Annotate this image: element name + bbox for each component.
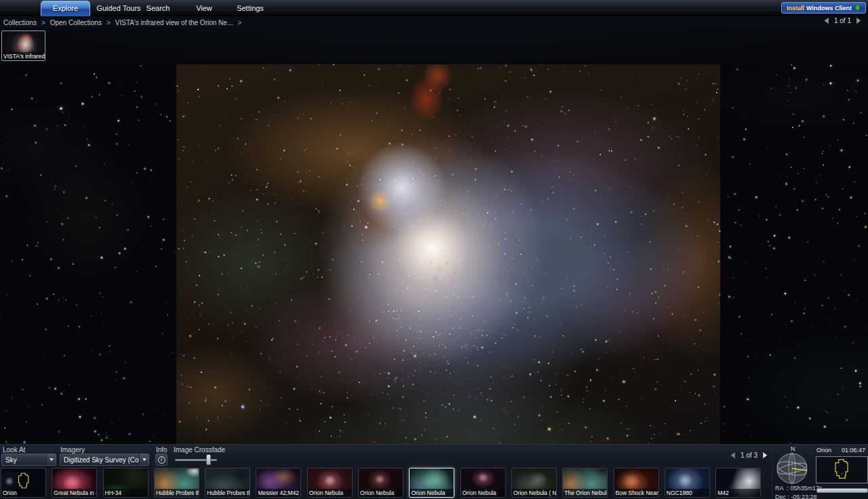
menu-tab-settings[interactable]: Settings — [229, 0, 271, 16]
breadcrumb-item[interactable]: Collections — [3, 19, 37, 26]
imagery-dropdown-button[interactable] — [139, 454, 149, 465]
thumbnail-great-nebula-in-or[interactable]: Great Nebula in Or — [52, 468, 97, 498]
constellation-finder-box[interactable] — [816, 456, 868, 483]
thumbs-next-icon[interactable] — [762, 452, 769, 459]
chevron-down-icon — [142, 458, 146, 461]
menu-tab-search[interactable]: Search — [138, 0, 178, 16]
starfield-canvas — [0, 64, 868, 444]
thumbnail-label: Orion Nebula — [359, 489, 403, 497]
thumbnail-orion[interactable]: Orion — [1, 468, 46, 498]
info-button[interactable]: i — [155, 454, 167, 466]
thumbnail-orion-nebula[interactable]: Orion Nebula — [358, 468, 403, 498]
info-icon: i — [158, 456, 165, 464]
breadcrumb: Collections>Open Collections>VISTA's inf… — [3, 16, 241, 28]
thumbnail-label: HH-34 — [104, 489, 148, 497]
zoom-level-bar[interactable] — [816, 488, 868, 493]
breadcrumb-separator: > — [106, 19, 111, 26]
thumbnail-label: M42 — [716, 489, 760, 497]
install-windows-client-button[interactable]: Install Windows Client — [781, 2, 866, 14]
chevron-down-icon — [50, 458, 54, 461]
collection-pager: 1 of 1 — [823, 17, 863, 24]
thumbnail-the-orion-nebula[interactable]: The Orion Nebula: — [562, 468, 608, 498]
image-crossfade-slider[interactable] — [175, 459, 217, 461]
thumbnail-messier-42-m42[interactable]: Messier 42;M42 — [256, 468, 301, 498]
thumbnail-orion-nebula-ng[interactable]: Orion Nebula ( NG — [511, 468, 557, 498]
view-status-panel: N RA : 05h35m17s Dec : -05:23:28 Orion 0… — [772, 445, 868, 499]
sky-viewport[interactable] — [0, 64, 868, 444]
thumbnail-m42[interactable]: M42 — [715, 468, 761, 498]
orientation-sphere-icon[interactable] — [774, 452, 811, 485]
menu-tab-view[interactable]: View — [187, 0, 221, 16]
breadcrumb-item[interactable]: Open Collections — [50, 19, 102, 26]
bottom-control-panel: Look At Sky Imagery Digitized Sky Survey… — [0, 444, 868, 499]
thumbnail-pager: 1 of 3 — [729, 452, 769, 459]
breadcrumb-separator: > — [237, 19, 241, 26]
thumbs-prev-icon[interactable] — [729, 452, 736, 459]
thumbnail-label: Orion — [1, 489, 45, 497]
imagery-value: Digitized Sky Survey (Color) — [60, 456, 139, 464]
thumbnail-orion-nebula[interactable]: Orion Nebula — [460, 468, 506, 498]
constellation-name: Orion — [816, 447, 831, 454]
collection-item-label: VISTA's infrared vi — [2, 52, 45, 60]
thumbnail-label: Bow Shock Near Y — [614, 489, 658, 497]
top-menu-bar: ExploreGuided ToursSearchViewSettings In… — [0, 0, 868, 16]
thumbnail-hubble-probes-the[interactable]: Hubble Probes the — [205, 468, 250, 498]
menu-tab-explore[interactable]: Explore — [41, 1, 90, 16]
thumb-pager-label: 1 of 3 — [741, 452, 757, 459]
collection-item-vista[interactable]: VISTA's infrared vi — [1, 31, 45, 61]
thumbnail-orion-nebula[interactable]: Orion Nebula — [307, 468, 353, 498]
thumbnail-label: Great Nebula in Or — [52, 489, 96, 497]
crossfade-label: Image Crossfade — [174, 446, 225, 454]
thumbnail-label: Orion Nebula — [410, 489, 454, 497]
thumbnail-ngc1980[interactable]: NGC1980 — [665, 468, 710, 498]
pager-next-icon[interactable] — [855, 17, 863, 24]
thumbnail-label: Orion Nebula — [461, 489, 505, 497]
thumbnail-orion-nebula[interactable]: Orion Nebula — [409, 468, 454, 498]
orion-boundary-icon — [816, 457, 867, 483]
ra-coordinate: RA : 05h35m17s — [775, 485, 823, 492]
info-label: Info — [156, 446, 167, 454]
worldwide-telescope-app: ExploreGuided ToursSearchViewSettings In… — [0, 0, 868, 499]
thumbnail-strip: OrionGreat Nebula in OrHH-34Hubble Probe… — [1, 468, 761, 498]
thumbnail-label: The Orion Nebula: — [563, 489, 607, 497]
open-collection-strip: VISTA's infrared vi — [0, 28, 868, 64]
thumbnail-bow-shock-near-y[interactable]: Bow Shock Near Y — [614, 468, 659, 498]
thumbnail-label: Orion Nebula — [308, 489, 352, 497]
clock-display: 01:06:47 — [842, 447, 865, 454]
pager-prev-icon[interactable] — [823, 17, 830, 24]
imagery-label: Imagery — [60, 446, 85, 454]
dec-coordinate: Dec : -05:23:28 — [775, 494, 817, 499]
look-at-dropdown-button[interactable] — [46, 454, 56, 465]
thumbnail-label: NGC1980 — [665, 489, 709, 497]
breadcrumb-item[interactable]: VISTA's infrared view of the Orion Ne... — [115, 19, 233, 26]
thumbnail-hh-34[interactable]: HH-34 — [103, 468, 149, 498]
install-label: Install — [787, 5, 804, 12]
thumbnail-hubble-probes-the[interactable]: Hubble Probes the — [154, 468, 199, 498]
breadcrumb-separator: > — [41, 19, 45, 26]
imagery-dropdown[interactable]: Digitized Sky Survey (Color) — [60, 454, 149, 466]
look-at-dropdown[interactable]: Sky — [1, 454, 56, 466]
look-at-value: Sky — [2, 456, 46, 464]
thumbnail-label: Hubble Probes the — [155, 489, 199, 497]
thumbnail-label: Messier 42;M42 — [256, 489, 300, 497]
download-arrow-icon — [854, 4, 861, 12]
crossfade-slider-handle[interactable] — [206, 454, 211, 465]
pager-label: 1 of 1 — [834, 17, 851, 24]
look-at-label: Look At — [3, 446, 25, 454]
breadcrumb-bar: Collections>Open Collections>VISTA's inf… — [0, 16, 868, 28]
thumbnail-label: Orion Nebula ( NG — [512, 489, 556, 497]
install-client-label: Windows Client — [806, 5, 852, 12]
thumbnail-label: Hubble Probes the — [205, 489, 250, 497]
